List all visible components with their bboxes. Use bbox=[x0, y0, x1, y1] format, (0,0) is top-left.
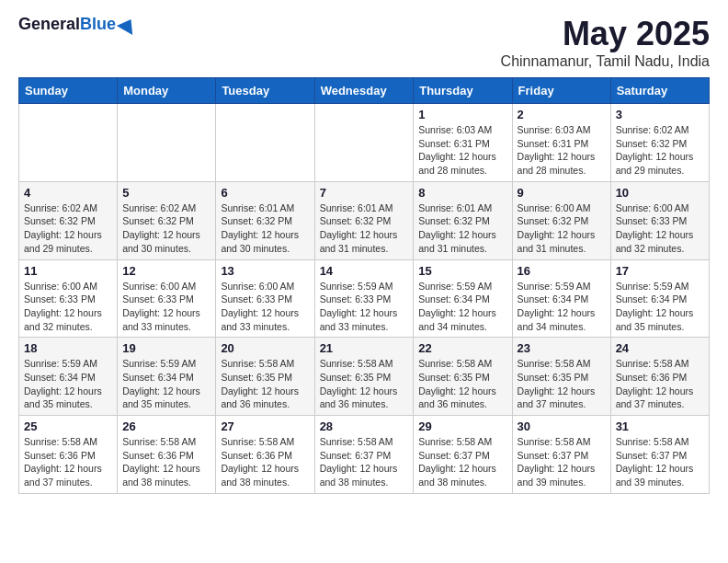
day-info: Sunrise: 5:58 AM Sunset: 6:36 PM Dayligh… bbox=[122, 435, 210, 489]
calendar-header-saturday: Saturday bbox=[610, 78, 709, 104]
location-subtitle: Chinnamanur, Tamil Nadu, India bbox=[501, 53, 710, 70]
day-info: Sunrise: 6:02 AM Sunset: 6:32 PM Dayligh… bbox=[24, 201, 112, 256]
day-info: Sunrise: 6:00 AM Sunset: 6:32 PM Dayligh… bbox=[518, 201, 606, 256]
calendar-cell: 6Sunrise: 6:01 AM Sunset: 6:32 PM Daylig… bbox=[216, 181, 314, 259]
day-number: 6 bbox=[221, 186, 309, 200]
day-info: Sunrise: 5:59 AM Sunset: 6:34 PM Dayligh… bbox=[616, 280, 704, 334]
day-info: Sunrise: 6:02 AM Sunset: 6:32 PM Dayligh… bbox=[616, 123, 704, 178]
day-number: 18 bbox=[24, 341, 112, 355]
calendar-cell: 22Sunrise: 5:58 AM Sunset: 6:35 PM Dayli… bbox=[414, 338, 512, 416]
calendar-cell: 13Sunrise: 6:00 AM Sunset: 6:33 PM Dayli… bbox=[216, 259, 314, 338]
calendar-cell: 15Sunrise: 5:59 AM Sunset: 6:34 PM Dayli… bbox=[414, 259, 512, 338]
day-number: 15 bbox=[418, 264, 506, 278]
day-number: 4 bbox=[24, 186, 112, 200]
calendar-week-row: 4Sunrise: 6:02 AM Sunset: 6:32 PM Daylig… bbox=[19, 181, 710, 259]
calendar-cell: 20Sunrise: 5:58 AM Sunset: 6:35 PM Dayli… bbox=[216, 338, 314, 416]
page-header: General Blue May 2025 Chinnamanur, Tamil… bbox=[18, 15, 710, 70]
day-info: Sunrise: 5:59 AM Sunset: 6:34 PM Dayligh… bbox=[24, 357, 112, 411]
day-number: 28 bbox=[320, 419, 409, 433]
day-info: Sunrise: 5:59 AM Sunset: 6:34 PM Dayligh… bbox=[418, 280, 506, 334]
calendar-week-row: 11Sunrise: 6:00 AM Sunset: 6:33 PM Dayli… bbox=[19, 259, 710, 338]
calendar-header-monday: Monday bbox=[118, 78, 216, 104]
calendar-cell: 10Sunrise: 6:00 AM Sunset: 6:33 PM Dayli… bbox=[610, 181, 709, 259]
day-info: Sunrise: 6:01 AM Sunset: 6:32 PM Dayligh… bbox=[418, 201, 506, 256]
calendar-cell: 9Sunrise: 6:00 AM Sunset: 6:32 PM Daylig… bbox=[512, 181, 610, 259]
calendar-cell: 14Sunrise: 5:59 AM Sunset: 6:33 PM Dayli… bbox=[314, 259, 414, 338]
calendar-cell: 26Sunrise: 5:58 AM Sunset: 6:36 PM Dayli… bbox=[118, 416, 216, 494]
day-number: 8 bbox=[418, 186, 506, 200]
day-info: Sunrise: 5:58 AM Sunset: 6:35 PM Dayligh… bbox=[221, 357, 309, 411]
calendar-cell: 11Sunrise: 6:00 AM Sunset: 6:33 PM Dayli… bbox=[19, 259, 118, 338]
day-number: 3 bbox=[616, 108, 704, 121]
calendar-week-row: 1Sunrise: 6:03 AM Sunset: 6:31 PM Daylig… bbox=[19, 104, 710, 182]
day-number: 5 bbox=[122, 186, 210, 200]
day-info: Sunrise: 5:58 AM Sunset: 6:37 PM Dayligh… bbox=[518, 435, 606, 489]
calendar-cell bbox=[216, 104, 314, 182]
day-info: Sunrise: 5:58 AM Sunset: 6:36 PM Dayligh… bbox=[221, 435, 309, 489]
day-info: Sunrise: 6:02 AM Sunset: 6:32 PM Dayligh… bbox=[122, 201, 210, 256]
calendar-week-row: 25Sunrise: 5:58 AM Sunset: 6:36 PM Dayli… bbox=[19, 416, 710, 494]
calendar-week-row: 18Sunrise: 5:59 AM Sunset: 6:34 PM Dayli… bbox=[19, 338, 710, 416]
day-info: Sunrise: 5:58 AM Sunset: 6:36 PM Dayligh… bbox=[616, 357, 704, 411]
calendar-cell: 5Sunrise: 6:02 AM Sunset: 6:32 PM Daylig… bbox=[118, 181, 216, 259]
day-info: Sunrise: 6:00 AM Sunset: 6:33 PM Dayligh… bbox=[221, 280, 309, 334]
day-number: 10 bbox=[616, 186, 704, 200]
day-number: 26 bbox=[122, 419, 210, 433]
calendar-cell: 12Sunrise: 6:00 AM Sunset: 6:33 PM Dayli… bbox=[118, 259, 216, 338]
day-number: 25 bbox=[24, 419, 112, 433]
day-info: Sunrise: 5:59 AM Sunset: 6:34 PM Dayligh… bbox=[518, 280, 606, 334]
calendar-cell: 23Sunrise: 5:58 AM Sunset: 6:35 PM Dayli… bbox=[512, 338, 610, 416]
day-info: Sunrise: 5:58 AM Sunset: 6:37 PM Dayligh… bbox=[320, 435, 409, 489]
day-info: Sunrise: 5:58 AM Sunset: 6:36 PM Dayligh… bbox=[24, 435, 112, 489]
calendar-cell: 8Sunrise: 6:01 AM Sunset: 6:32 PM Daylig… bbox=[414, 181, 512, 259]
day-info: Sunrise: 6:01 AM Sunset: 6:32 PM Dayligh… bbox=[320, 201, 409, 256]
calendar-cell bbox=[19, 104, 118, 182]
calendar-header-friday: Friday bbox=[512, 78, 610, 104]
calendar-header-thursday: Thursday bbox=[414, 78, 512, 104]
day-number: 24 bbox=[616, 341, 704, 355]
calendar-cell: 18Sunrise: 5:59 AM Sunset: 6:34 PM Dayli… bbox=[19, 338, 118, 416]
calendar-cell: 7Sunrise: 6:01 AM Sunset: 6:32 PM Daylig… bbox=[314, 181, 414, 259]
calendar-cell: 29Sunrise: 5:58 AM Sunset: 6:37 PM Dayli… bbox=[414, 416, 512, 494]
calendar-cell: 2Sunrise: 6:03 AM Sunset: 6:31 PM Daylig… bbox=[512, 104, 610, 182]
day-number: 21 bbox=[320, 341, 409, 355]
day-number: 30 bbox=[518, 419, 606, 433]
day-number: 13 bbox=[221, 264, 309, 278]
calendar-header-row: SundayMondayTuesdayWednesdayThursdayFrid… bbox=[19, 78, 710, 104]
day-number: 1 bbox=[418, 108, 506, 121]
day-info: Sunrise: 5:58 AM Sunset: 6:37 PM Dayligh… bbox=[616, 435, 704, 489]
day-number: 22 bbox=[418, 341, 506, 355]
calendar-cell: 21Sunrise: 5:58 AM Sunset: 6:35 PM Dayli… bbox=[314, 338, 414, 416]
day-info: Sunrise: 5:58 AM Sunset: 6:35 PM Dayligh… bbox=[418, 357, 506, 411]
calendar-cell: 28Sunrise: 5:58 AM Sunset: 6:37 PM Dayli… bbox=[314, 416, 414, 494]
day-number: 9 bbox=[518, 186, 606, 200]
day-number: 7 bbox=[320, 186, 409, 200]
day-number: 17 bbox=[616, 264, 704, 278]
day-info: Sunrise: 6:00 AM Sunset: 6:33 PM Dayligh… bbox=[122, 280, 210, 334]
day-number: 31 bbox=[616, 419, 704, 433]
day-info: Sunrise: 6:00 AM Sunset: 6:33 PM Dayligh… bbox=[24, 280, 112, 334]
calendar-cell: 27Sunrise: 5:58 AM Sunset: 6:36 PM Dayli… bbox=[216, 416, 314, 494]
calendar-header-tuesday: Tuesday bbox=[216, 78, 314, 104]
calendar-cell bbox=[314, 104, 414, 182]
calendar-cell: 4Sunrise: 6:02 AM Sunset: 6:32 PM Daylig… bbox=[19, 181, 118, 259]
logo: General Blue bbox=[18, 15, 137, 34]
day-number: 2 bbox=[518, 108, 606, 121]
logo-blue-text: Blue bbox=[80, 15, 116, 34]
day-number: 12 bbox=[122, 264, 210, 278]
calendar-table: SundayMondayTuesdayWednesdayThursdayFrid… bbox=[18, 77, 710, 494]
day-info: Sunrise: 5:59 AM Sunset: 6:33 PM Dayligh… bbox=[320, 280, 409, 334]
month-title: May 2025 bbox=[501, 15, 710, 53]
calendar-header-wednesday: Wednesday bbox=[314, 78, 414, 104]
day-number: 19 bbox=[122, 341, 210, 355]
day-number: 20 bbox=[221, 341, 309, 355]
day-number: 23 bbox=[518, 341, 606, 355]
calendar-header-sunday: Sunday bbox=[19, 78, 118, 104]
day-info: Sunrise: 6:03 AM Sunset: 6:31 PM Dayligh… bbox=[518, 123, 606, 178]
day-number: 29 bbox=[418, 419, 506, 433]
calendar-cell: 24Sunrise: 5:58 AM Sunset: 6:36 PM Dayli… bbox=[610, 338, 709, 416]
day-info: Sunrise: 5:58 AM Sunset: 6:37 PM Dayligh… bbox=[418, 435, 506, 489]
logo-general-text: General bbox=[18, 15, 80, 34]
day-info: Sunrise: 6:03 AM Sunset: 6:31 PM Dayligh… bbox=[418, 123, 506, 178]
logo-triangle-icon bbox=[117, 14, 139, 34]
